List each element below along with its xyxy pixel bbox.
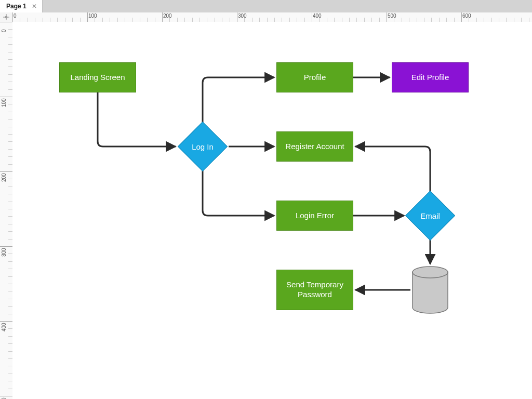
ruler-tick-label: 200 xyxy=(1,173,7,182)
node-send-temporary-password[interactable]: Send Temporary Password xyxy=(276,270,353,310)
ruler-tick-label: 400 xyxy=(1,323,7,331)
cylinder-icon xyxy=(411,266,449,314)
diagram-canvas[interactable]: Landing Screen Profile Edit Profile Log … xyxy=(12,22,532,399)
tab-page-1[interactable]: Page 1 ✕ xyxy=(0,0,43,12)
tab-bar: Page 1 ✕ xyxy=(0,0,532,12)
ruler-tick-label: 100 xyxy=(88,13,97,19)
ruler-tick-label: 200 xyxy=(163,13,172,19)
node-label: Log In xyxy=(192,142,214,151)
crosshair-icon xyxy=(3,14,9,20)
ruler-tick-label: 500 xyxy=(388,13,396,19)
edge-login-to-loginerror[interactable] xyxy=(203,170,274,216)
node-label: Landing Screen xyxy=(70,73,125,83)
node-login-error[interactable]: Login Error xyxy=(276,201,353,231)
node-email[interactable]: Email xyxy=(405,191,455,241)
node-label: Send Temporary Password xyxy=(280,280,350,300)
ruler-tick-label: 300 xyxy=(238,13,247,19)
node-label: Login Error xyxy=(296,211,334,221)
node-profile[interactable]: Profile xyxy=(276,62,353,92)
node-label: Edit Profile xyxy=(411,73,449,83)
node-register-account[interactable]: Register Account xyxy=(276,131,353,162)
node-label: Register Account xyxy=(285,142,344,152)
edge-landing-to-login[interactable] xyxy=(98,92,176,147)
ruler-tick-label: 100 xyxy=(1,98,7,107)
node-database[interactable] xyxy=(411,266,449,314)
node-log-in[interactable]: Log In xyxy=(178,122,228,171)
ruler-tick-label: 300 xyxy=(1,248,7,257)
ruler-tick-label: 400 xyxy=(313,13,322,19)
edge-email-to-register[interactable] xyxy=(355,147,430,192)
node-label: Email xyxy=(420,211,440,220)
ruler-horizontal[interactable]: 0100200300400500600700 xyxy=(12,12,532,22)
ruler-tick-label: 0 xyxy=(14,13,17,19)
ruler-vertical[interactable]: 0100200300400500 xyxy=(0,22,13,399)
ruler-tick-label: 600 xyxy=(462,13,471,19)
node-landing-screen[interactable]: Landing Screen xyxy=(59,62,136,92)
close-icon[interactable]: ✕ xyxy=(32,3,37,9)
edge-login-to-profile[interactable] xyxy=(203,77,274,123)
ruler-tick-label: 0 xyxy=(1,29,7,32)
node-label: Profile xyxy=(304,73,326,83)
tab-label: Page 1 xyxy=(6,3,26,10)
node-edit-profile[interactable]: Edit Profile xyxy=(392,62,469,92)
ruler-origin[interactable] xyxy=(0,12,13,22)
